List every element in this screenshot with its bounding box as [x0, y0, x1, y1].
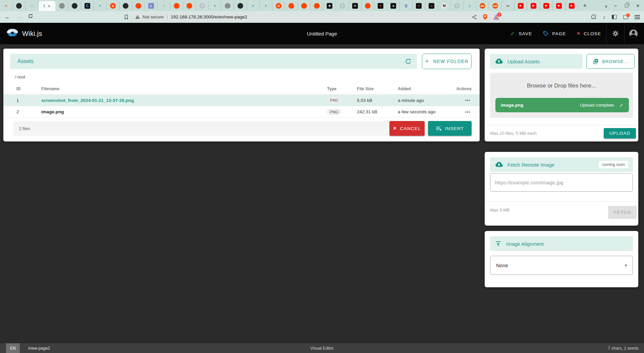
- browser-tab[interactable]: ×: [94, 1, 107, 10]
- browser-tab[interactable]: [56, 1, 68, 10]
- dropzone[interactable]: Browse or Drop files here... image.png U…: [490, 73, 633, 118]
- menu-hamburger-icon[interactable]: [635, 15, 640, 19]
- browser-tab[interactable]: ≡: [425, 1, 438, 10]
- remote-image-url-input[interactable]: [490, 173, 633, 192]
- account-button[interactable]: [625, 23, 642, 44]
- file-count: 2 files: [19, 126, 30, 131]
- browser-tab[interactable]: [119, 1, 132, 10]
- browser-tab[interactable]: [}: [464, 1, 476, 10]
- window-close-button[interactable]: ×: [636, 3, 639, 8]
- extensions-puzzle-icon[interactable]: [591, 14, 597, 20]
- save-button[interactable]: ✓ SAVE: [505, 23, 537, 44]
- forward-icon[interactable]: →: [13, 14, 25, 20]
- table-row[interactable]: 2 image.png PNG 242.31 kB a few seconds …: [3, 106, 480, 118]
- browser-tab[interactable]: ≡: [413, 1, 425, 10]
- browser-tab[interactable]: [234, 1, 247, 10]
- refresh-icon[interactable]: [405, 58, 412, 65]
- fetch-header: Fetch Remote Image coming soon: [490, 157, 633, 172]
- cloud-upload-icon: [495, 58, 503, 65]
- browser-tab[interactable]: ×: [209, 1, 221, 10]
- browser-tab[interactable]: i: [451, 1, 464, 10]
- page-properties-button[interactable]: PAGE: [537, 23, 571, 44]
- browser-tab[interactable]: [132, 1, 145, 10]
- tab-search-caret-icon[interactable]: ∨: [605, 4, 608, 9]
- browser-tab[interactable]: [68, 1, 81, 10]
- sidebar-toggle-icon[interactable]: [612, 15, 617, 19]
- close-editor-button[interactable]: × CLOSE: [572, 23, 606, 44]
- upload-hint: Max 10 files, 5 MB each: [490, 131, 537, 136]
- browse-button[interactable]: BROWSE...: [586, 54, 635, 69]
- window-minimize-button[interactable]: –: [614, 3, 617, 8]
- new-tab-button[interactable]: +: [583, 2, 587, 9]
- alignment-select[interactable]: None ▾: [490, 256, 633, 275]
- share-icon[interactable]: [472, 14, 477, 20]
- browser-tab[interactable]: [311, 1, 323, 10]
- col-header-added: Added: [398, 86, 456, 91]
- address-bar[interactable]: Not secure 192.168.178.26:3000/e/en/new-…: [131, 12, 503, 21]
- browser-tab[interactable]: [298, 1, 311, 10]
- browser-tab[interactable]: <>: [25, 1, 38, 10]
- reload-icon[interactable]: [25, 13, 36, 20]
- browser-tab[interactable]: jc: [145, 1, 158, 10]
- browser-tab[interactable]: ×: [349, 1, 362, 10]
- brave-shields-icon[interactable]: [482, 14, 488, 20]
- tab-favicon: o: [276, 3, 281, 9]
- back-icon[interactable]: ←: [2, 14, 13, 20]
- settings-gear-icon[interactable]: [607, 23, 624, 44]
- new-folder-button[interactable]: + NEW FOLDER: [422, 54, 472, 69]
- browser-tab[interactable]: M: [438, 1, 451, 10]
- row-actions-menu-icon[interactable]: •••: [456, 110, 480, 114]
- tab-favicon: ×: [250, 3, 256, 9]
- tab-close-icon[interactable]: ×: [48, 4, 50, 9]
- security-status[interactable]: Not secure: [135, 14, 164, 19]
- browser-tab[interactable]: ▶: [527, 1, 540, 10]
- browser-tab[interactable]: [362, 1, 374, 10]
- bookmark-icon[interactable]: [123, 14, 129, 20]
- browser-tab[interactable]: C: [81, 1, 94, 10]
- browser-tab[interactable]: ▶: [515, 1, 527, 10]
- browser-tab[interactable]: ★: [323, 1, 336, 10]
- browser-tab[interactable]: ▶: [540, 1, 553, 10]
- browser-tab[interactable]: ▶: [566, 1, 578, 10]
- browser-tab[interactable]: i: [196, 1, 209, 10]
- row-actions-menu-icon[interactable]: •••: [456, 98, 480, 103]
- active-tab[interactable]: I×: [39, 1, 55, 11]
- browser-tab[interactable]: ask: [489, 1, 502, 10]
- browser-tab[interactable]: Q: [400, 1, 413, 10]
- browser-tab[interactable]: [285, 1, 298, 10]
- fetch-button[interactable]: FETCH: [608, 206, 637, 219]
- cancel-button[interactable]: × CANCEL: [389, 121, 425, 136]
- browser-tab[interactable]: ▶: [553, 1, 566, 10]
- browser-tab[interactable]: o: [107, 1, 119, 10]
- window-restore-icon[interactable]: [625, 4, 628, 7]
- browser-tab[interactable]: [13, 1, 25, 10]
- browser-tab[interactable]: ≡: [374, 1, 387, 10]
- browser-tab[interactable]: [170, 1, 183, 10]
- cell-filename-link[interactable]: screenshot_from_2024-01-21_12-37-20.png: [41, 98, 327, 103]
- tab-favicon: [136, 3, 141, 9]
- cell-filename-link[interactable]: image.png: [41, 109, 327, 114]
- insert-button[interactable]: INSERT: [428, 121, 472, 136]
- tab-favicon: [72, 3, 77, 9]
- browser-tab[interactable]: ×: [0, 1, 13, 10]
- filetype-chip: PNG: [327, 97, 341, 103]
- browser-tab[interactable]: ≡: [158, 1, 170, 10]
- browser-tab[interactable]: ×: [260, 1, 272, 10]
- browser-tab[interactable]: UL: [502, 1, 515, 10]
- upload-button[interactable]: UPLOAD: [604, 128, 636, 138]
- cell-added: a few seconds ago: [398, 109, 456, 114]
- browser-tab[interactable]: ×: [247, 1, 260, 10]
- upload-assets-header: Upload Assets: [490, 54, 583, 69]
- browser-tab[interactable]: i: [336, 1, 349, 10]
- browser-tab[interactable]: ●: [387, 1, 400, 10]
- extension-badge-icon[interactable]: 2: [493, 14, 499, 20]
- reader-mode-icon[interactable]: [623, 15, 628, 19]
- browser-tab[interactable]: [221, 1, 234, 10]
- browser-tab[interactable]: ask: [476, 1, 489, 10]
- url-text[interactable]: 192.168.178.26:3000/e/en/new-page2: [171, 14, 247, 19]
- tab-favicon: C: [85, 3, 90, 9]
- browser-tab[interactable]: o: [272, 1, 285, 10]
- table-row[interactable]: 1 screenshot_from_2024-01-21_12-37-20.pn…: [3, 94, 480, 106]
- media-note-icon[interactable]: ♪: [603, 14, 606, 20]
- browser-tab[interactable]: [183, 1, 196, 10]
